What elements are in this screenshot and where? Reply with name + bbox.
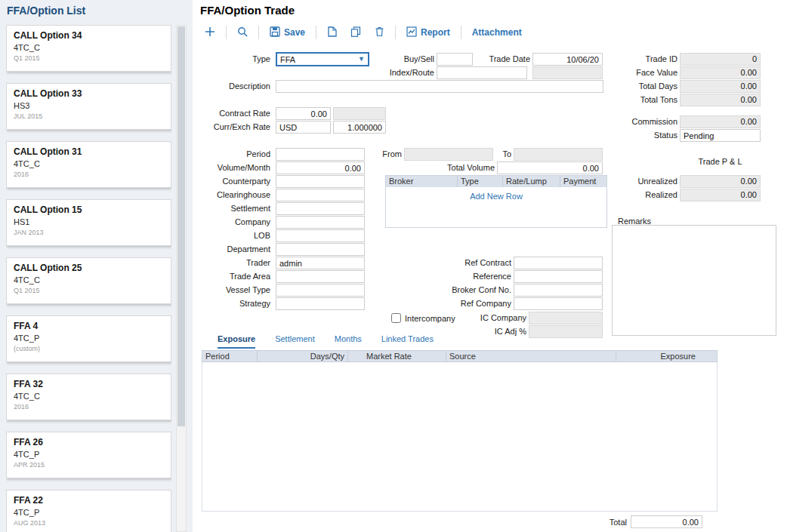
tab-exposure[interactable]: Exposure — [218, 334, 255, 349]
currency-input[interactable] — [276, 121, 331, 134]
clearinghouse-input[interactable] — [276, 189, 365, 201]
counterparty-input[interactable] — [276, 175, 365, 188]
days-qty-column-header: Days/Qty — [258, 351, 348, 361]
remarks-textarea[interactable] — [612, 225, 776, 336]
list-item[interactable]: FFA 32 4TC_C 2016 — [6, 374, 171, 420]
tab-months[interactable]: Months — [335, 334, 362, 349]
strategy-input[interactable] — [276, 297, 365, 310]
copy-icon — [350, 26, 361, 39]
add-button[interactable] — [202, 25, 218, 41]
contract-rate-aux-field — [333, 107, 386, 120]
option-name: CALL Option 25 — [14, 263, 164, 273]
buy-sell-label: Buy/Sell — [359, 54, 434, 65]
search-button[interactable] — [234, 25, 251, 41]
attachment-button[interactable]: Attachment — [469, 26, 525, 39]
clearinghouse-label: Clearinghouse — [193, 189, 270, 201]
status-input[interactable] — [680, 129, 761, 142]
option-code: HS3 — [14, 101, 164, 110]
rate-lump-column-header: Rate/Lump — [503, 176, 560, 187]
index-route-label: Index/Route — [359, 67, 434, 78]
to-field — [514, 148, 603, 161]
new-document-button[interactable] — [324, 25, 340, 41]
commission-label: Commission — [602, 116, 677, 128]
option-period: JAN 2013 — [14, 229, 164, 236]
exposure-column-header: Exposure — [616, 351, 717, 361]
status-label: Status — [602, 130, 677, 141]
ref-contract-label: Ref Contract — [436, 257, 511, 269]
list-item[interactable]: FFA 26 4TC_P APR 2015 — [6, 432, 171, 478]
total-input[interactable] — [631, 515, 702, 528]
plus-icon — [205, 26, 215, 39]
trade-detail-panel: FFA/Option Trade Save Report — [193, 0, 787, 532]
toolbar-divider — [226, 26, 227, 39]
copy-button[interactable] — [347, 25, 364, 41]
list-item[interactable]: FFA 4 4TC_P (custom) — [6, 315, 171, 362]
reference-label: Reference — [436, 271, 511, 282]
company-label: Company — [193, 217, 270, 228]
list-item[interactable]: CALL Option 33 HS3 JUL 2015 — [6, 83, 171, 130]
report-button[interactable]: Report — [403, 25, 453, 41]
trade-area-input[interactable] — [276, 270, 365, 283]
period-label: Period — [193, 149, 270, 160]
department-input[interactable] — [276, 243, 365, 256]
broker-table-header: Broker Type Rate/Lump Payment — [386, 176, 606, 187]
option-period: (custom) — [14, 345, 164, 352]
ref-company-input[interactable] — [514, 297, 603, 310]
settlement-label: Settlement — [193, 203, 270, 214]
sidebar-scrollbar[interactable] — [176, 25, 187, 532]
list-item[interactable]: FFA 22 4TC_P AUG 2013 — [6, 490, 171, 532]
description-input[interactable] — [276, 80, 603, 93]
ref-contract-input[interactable] — [514, 257, 603, 269]
trader-input[interactable] — [276, 257, 365, 269]
lob-input[interactable] — [276, 229, 365, 242]
settlement-input[interactable] — [276, 202, 365, 215]
contract-rate-input[interactable] — [276, 107, 331, 120]
trade-date-input[interactable] — [532, 53, 603, 66]
total-days-field: 0.00 — [680, 80, 761, 93]
add-new-row-link[interactable]: Add New Row — [386, 192, 606, 201]
total-volume-input[interactable] — [497, 161, 603, 174]
payment-column-header: Payment — [560, 176, 606, 187]
exch-rate-input[interactable] — [333, 121, 386, 134]
option-period: AUG 2013 — [14, 519, 164, 527]
save-button[interactable]: Save — [267, 25, 308, 41]
list-item[interactable]: CALL Option 31 4TC_C 2016 — [6, 141, 171, 188]
type-select[interactable]: FFA ▼ — [276, 52, 369, 66]
attachment-label: Attachment — [472, 27, 522, 38]
company-input[interactable] — [276, 216, 365, 229]
lob-label: LOB — [193, 230, 270, 241]
list-item[interactable]: CALL Option 25 4TC_C Q1 2015 — [6, 257, 171, 304]
page-title: FFA/Option Trade — [200, 4, 295, 17]
vessel-type-label: Vessel Type — [193, 284, 270, 296]
option-period: Q1 2015 — [14, 287, 164, 294]
vessel-type-input[interactable] — [276, 284, 365, 297]
strategy-label: Strategy — [193, 298, 270, 309]
tab-settlement[interactable]: Settlement — [275, 334, 315, 349]
intercompany-checkbox[interactable] — [391, 313, 401, 323]
sidebar-scrollbar-thumb[interactable] — [177, 26, 185, 426]
trade-date-label: Trade Date — [455, 54, 530, 65]
toolbar-divider — [395, 26, 396, 39]
counterparty-label: Counterparty — [193, 176, 270, 187]
face-value-label: Face Value — [602, 67, 677, 78]
broker-conf-no-input[interactable] — [514, 284, 603, 297]
index-route-input[interactable] — [437, 66, 527, 79]
delete-button[interactable] — [372, 25, 387, 41]
commission-field: 0.00 — [680, 115, 761, 128]
ic-company-label: IC Company — [451, 312, 526, 324]
volume-month-input[interactable] — [276, 161, 365, 174]
broker-conf-no-label: Broker Conf No. — [436, 284, 511, 296]
total-days-label: Total Days — [602, 81, 677, 92]
total-volume-label: Total Volume — [419, 162, 495, 174]
tab-linked-trades[interactable]: Linked Trades — [381, 334, 434, 349]
option-code: 4TC_C — [14, 275, 164, 284]
save-icon — [270, 26, 280, 39]
broker-column-header: Broker — [386, 176, 458, 187]
reference-input[interactable] — [514, 270, 603, 283]
unrealized-label: Unrealized — [602, 176, 677, 187]
total-label: Total — [553, 517, 627, 528]
list-item[interactable]: CALL Option 34 4TC_C Q1 2015 — [6, 25, 171, 72]
option-name: FFA 4 — [14, 321, 164, 331]
list-item[interactable]: CALL Option 15 HS1 JAN 2013 — [6, 199, 171, 246]
save-label: Save — [284, 27, 305, 38]
